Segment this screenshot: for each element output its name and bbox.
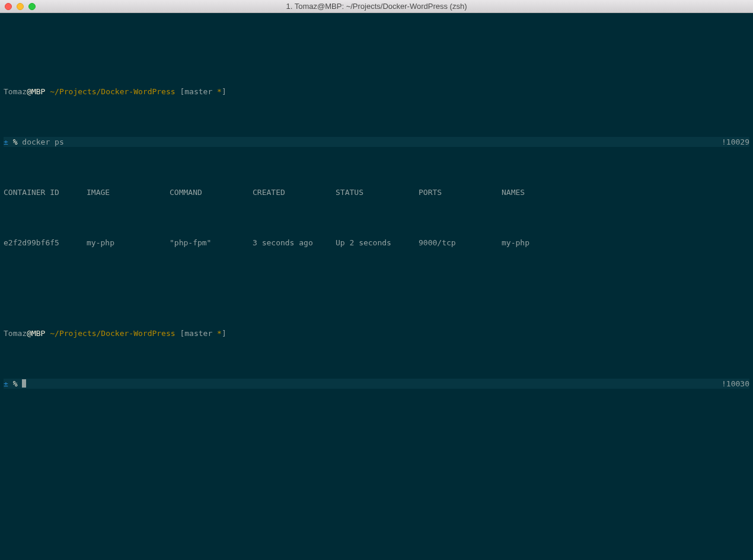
header-created: CREATED bbox=[253, 187, 336, 197]
titlebar[interactable]: 1. Tomaz@MBP: ~/Projects/Docker-WordPres… bbox=[0, 0, 753, 13]
prompt-user: Tomaz bbox=[4, 329, 27, 338]
cell-status: Up 2 seconds bbox=[336, 238, 419, 248]
prompt-branch: master bbox=[184, 87, 217, 96]
minimize-button[interactable] bbox=[17, 3, 24, 10]
cell-ports: 9000/tcp bbox=[419, 238, 502, 248]
terminal-body[interactable]: Tomaz@MBP ~/Projects/Docker-WordPress [m… bbox=[0, 13, 753, 560]
header-ports: PORTS bbox=[419, 187, 502, 197]
history-number: !10029 bbox=[722, 137, 749, 147]
header-command: COMMAND bbox=[170, 187, 253, 197]
header-status: STATUS bbox=[336, 187, 419, 197]
prompt-path: ~/Projects/Docker-WordPress bbox=[50, 87, 180, 96]
prompt-dirty-star: * bbox=[217, 329, 222, 338]
history-number: !10030 bbox=[722, 379, 749, 389]
table-header-row: CONTAINER ID IMAGE COMMAND CREATED STATU… bbox=[4, 187, 749, 197]
cell-command: "php-fpm" bbox=[170, 238, 253, 248]
window-title: 1. Tomaz@MBP: ~/Projects/Docker-WordPres… bbox=[286, 2, 467, 11]
prompt-percent: % bbox=[13, 137, 23, 146]
prompt-dirty-star: * bbox=[217, 87, 222, 96]
prompt-command-line: ± % docker ps !10029 bbox=[4, 137, 749, 147]
prompt-symbol: ± bbox=[4, 137, 13, 146]
prompt-bracket-close: ] bbox=[222, 329, 226, 338]
prompt-command-line[interactable]: ± % !10030 bbox=[4, 379, 749, 389]
maximize-button[interactable] bbox=[28, 3, 36, 10]
terminal-window: 1. Tomaz@MBP: ~/Projects/Docker-WordPres… bbox=[0, 0, 753, 560]
table-row: e2f2d99bf6f5 my-php "php-fpm" 3 seconds … bbox=[4, 238, 749, 248]
header-container-id: CONTAINER ID bbox=[4, 187, 87, 197]
prompt-percent: % bbox=[13, 379, 23, 388]
close-button[interactable] bbox=[5, 3, 12, 10]
header-names: NAMES bbox=[502, 187, 749, 197]
prompt-user: Tomaz bbox=[4, 87, 27, 96]
prompt-branch: master bbox=[184, 329, 217, 338]
command-text: docker ps bbox=[22, 137, 63, 146]
header-image: IMAGE bbox=[87, 187, 170, 197]
prompt-host: @MBP bbox=[27, 87, 50, 96]
cell-names: my-php bbox=[502, 238, 749, 248]
cell-created: 3 seconds ago bbox=[253, 238, 336, 248]
cell-container-id: e2f2d99bf6f5 bbox=[4, 238, 87, 248]
prompt-bracket-close: ] bbox=[222, 87, 226, 96]
traffic-lights bbox=[0, 3, 36, 10]
prompt-symbol: ± bbox=[4, 379, 13, 388]
cursor bbox=[22, 379, 26, 388]
prompt-path-line: Tomaz@MBP ~/Projects/Docker-WordPress [m… bbox=[4, 328, 749, 338]
cell-image: my-php bbox=[87, 238, 170, 248]
prompt-host: @MBP bbox=[27, 329, 50, 338]
prompt-path-line: Tomaz@MBP ~/Projects/Docker-WordPress [m… bbox=[4, 87, 749, 97]
prompt-path: ~/Projects/Docker-WordPress bbox=[50, 329, 180, 338]
